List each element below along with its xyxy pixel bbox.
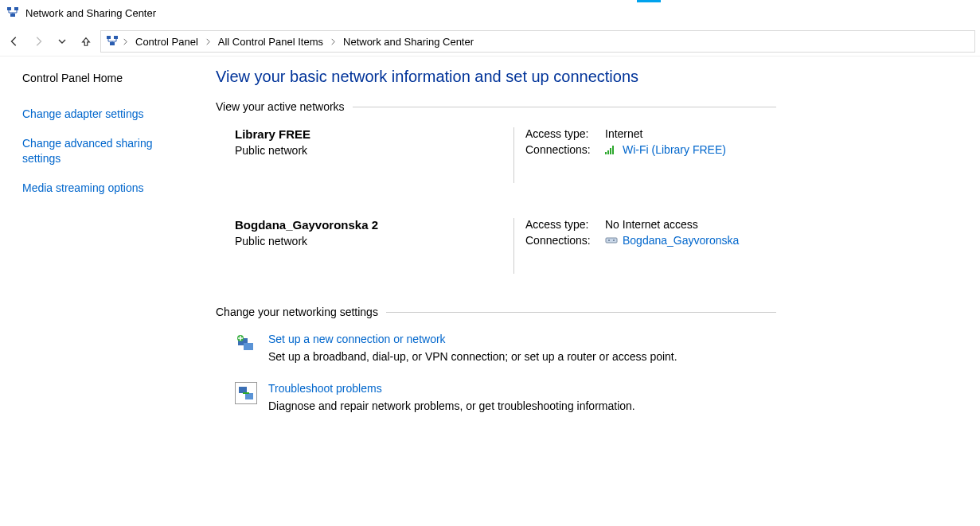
setup-connection-item[interactable]: Set up a new connection or network Set u…	[235, 333, 776, 363]
network-category: Public network	[235, 235, 513, 247]
access-type-label: Access type:	[525, 218, 605, 231]
change-settings-header: Change your networking settings	[216, 306, 776, 318]
change-advanced-sharing-link[interactable]: Change advanced sharing settings	[22, 136, 193, 166]
address-field[interactable]: Control Panel All Control Panel Items Ne…	[100, 30, 975, 53]
address-bar: Control Panel All Control Panel Items Ne…	[0, 27, 980, 56]
window-title: Network and Sharing Center	[25, 7, 156, 19]
wifi-signal-icon	[605, 145, 618, 154]
page-title: View your basic network information and …	[216, 68, 776, 86]
svg-rect-1	[14, 7, 18, 10]
change-adapter-settings-link[interactable]: Change adapter settings	[22, 107, 193, 122]
control-panel-home-link[interactable]: Control Panel Home	[22, 71, 193, 86]
access-type-value: No Internet access	[605, 218, 698, 231]
content-area: View your basic network information and …	[203, 56, 792, 447]
new-connection-icon	[235, 333, 257, 355]
svg-rect-3	[107, 36, 111, 39]
ethernet-icon	[605, 236, 618, 245]
network-center-icon	[106, 34, 119, 49]
network-entry: Bogdana_Gayvoronska 2 Public network Acc…	[235, 218, 776, 274]
back-button[interactable]	[5, 32, 24, 51]
section-label: View your active networks	[216, 100, 345, 113]
up-button[interactable]	[76, 32, 96, 51]
network-center-icon	[6, 6, 19, 21]
svg-rect-4	[114, 36, 118, 39]
media-streaming-options-link[interactable]: Media streaming options	[22, 181, 193, 196]
breadcrumb-item[interactable]: All Control Panel Items	[215, 34, 326, 49]
accent-bar	[637, 0, 661, 2]
sidebar: Control Panel Home Change adapter settin…	[0, 56, 203, 447]
svg-rect-12	[239, 387, 247, 393]
chevron-right-icon	[205, 35, 212, 48]
setting-description: Set up a broadband, dial-up, or VPN conn…	[268, 350, 677, 363]
breadcrumb-item[interactable]: Network and Sharing Center	[340, 34, 477, 49]
svg-rect-8	[613, 240, 615, 241]
titlebar: Network and Sharing Center	[0, 0, 980, 27]
troubleshoot-item[interactable]: Troubleshoot problems Diagnose and repai…	[235, 382, 776, 412]
chevron-right-icon	[122, 35, 129, 48]
connection-link[interactable]: Bogdana_Gayvoronska	[623, 234, 739, 247]
section-label: Change your networking settings	[216, 306, 378, 318]
access-type-value: Internet	[605, 127, 642, 140]
connections-label: Connections:	[525, 143, 605, 156]
recent-locations-dropdown[interactable]	[53, 32, 72, 51]
divider	[386, 312, 776, 313]
connections-label: Connections:	[525, 234, 605, 247]
access-type-label: Access type:	[525, 127, 605, 140]
svg-rect-0	[7, 7, 11, 10]
setting-title: Set up a new connection or network	[268, 333, 677, 345]
setting-title: Troubleshoot problems	[268, 382, 635, 395]
network-category: Public network	[235, 144, 513, 157]
network-name: Bogdana_Gayvoronska 2	[235, 218, 513, 232]
connection-link[interactable]: Wi-Fi (Library FREE)	[623, 143, 726, 156]
network-name: Library FREE	[235, 127, 513, 141]
svg-rect-6	[606, 238, 617, 243]
breadcrumb-item[interactable]: Control Panel	[132, 34, 201, 49]
troubleshoot-icon	[235, 382, 257, 404]
svg-rect-10	[244, 343, 253, 350]
divider	[353, 107, 776, 107]
svg-rect-13	[245, 393, 253, 399]
forward-button[interactable]	[29, 32, 48, 51]
network-entry: Library FREE Public network Access type:…	[235, 127, 776, 183]
svg-rect-2	[10, 14, 15, 17]
active-networks-header: View your active networks	[216, 100, 776, 113]
svg-rect-5	[110, 42, 115, 45]
setting-description: Diagnose and repair network problems, or…	[268, 399, 635, 412]
svg-rect-7	[608, 240, 610, 241]
chevron-right-icon	[330, 35, 337, 48]
